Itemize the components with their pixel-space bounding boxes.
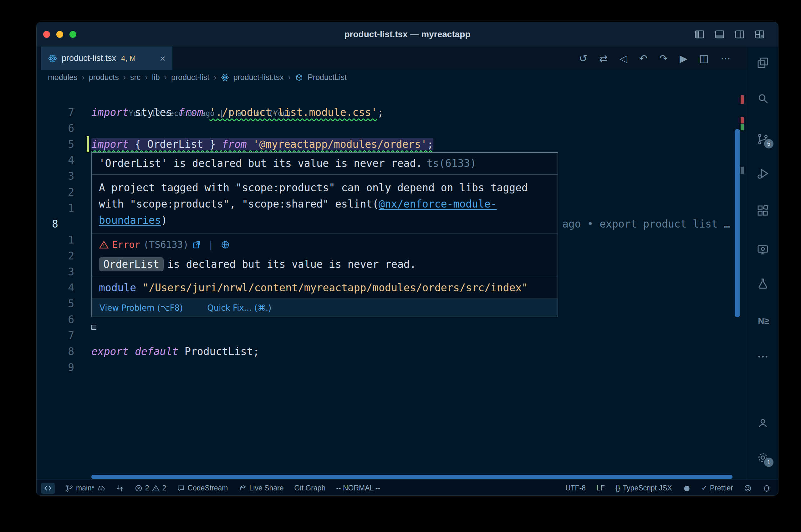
overview-ruler-error-mark — [741, 95, 744, 104]
toggle-sidebar-icon[interactable] — [694, 29, 705, 40]
share-icon — [239, 484, 247, 492]
remote-icon — [44, 484, 52, 492]
more-actions-icon[interactable]: ⋯ — [721, 53, 731, 64]
error-circle-icon — [134, 484, 143, 492]
globe-icon[interactable] — [221, 240, 230, 249]
remote-explorer-icon[interactable] — [757, 244, 769, 256]
status-bar: main* 2 2 — [37, 479, 779, 496]
git-branch-icon — [66, 484, 74, 492]
git-branch-status[interactable]: main* — [66, 484, 105, 492]
toggle-secondary-sidebar-icon[interactable] — [734, 29, 745, 40]
line-number: 3 — [37, 264, 74, 280]
hover-error-sentence: OrderListis declared but its value is ne… — [99, 258, 551, 270]
git-compare-status[interactable] — [116, 484, 124, 492]
editor-actions: ↺ ⇄ ◁ ↶ ↷ ▶ ◫ ⋯ — [579, 46, 731, 70]
source-control-badge: 5 — [764, 139, 773, 149]
feedback-status[interactable] — [744, 484, 752, 492]
compare-changes-icon[interactable]: ⇄ — [599, 53, 608, 64]
blame-annotation: You, 12 seconds ago | 1 author (You) — [37, 89, 746, 104]
inline-blame-annotation: ago • export product list … — [562, 216, 738, 232]
run-file-icon[interactable]: ▶ — [679, 53, 688, 64]
hover-resize-handle[interactable] — [91, 325, 96, 330]
breadcrumb-item[interactable]: products — [89, 73, 119, 82]
explorer-icon[interactable] — [757, 57, 769, 69]
codestream-status[interactable]: CodeStream — [177, 484, 228, 492]
line-number: 2 — [37, 184, 74, 200]
error-warning-icon — [99, 240, 109, 250]
split-editor-icon[interactable]: ◫ — [699, 53, 709, 64]
tab-bar: product-list.tsx 4, M × ↺ ⇄ ◁ ↶ ↷ ▶ ◫ ⋯ — [37, 46, 746, 70]
current-line-number: 8 — [52, 216, 58, 232]
language-mode-status[interactable]: {}TypeScript JSX — [616, 484, 672, 492]
line-number: 2 — [37, 248, 74, 264]
line-number: 9 — [37, 359, 74, 375]
notifications-status[interactable] — [763, 484, 771, 492]
error-label: Error — [112, 239, 140, 250]
quick-fix-button[interactable]: Quick Fix... (⌘.) — [207, 303, 271, 312]
warning-triangle-icon — [152, 484, 160, 492]
code-line-8-export[interactable]: export default ProductList; — [37, 343, 746, 359]
git-graph-status[interactable]: Git Graph — [294, 484, 326, 492]
cloud-upload-icon — [97, 484, 105, 492]
symbol-chip: OrderList — [99, 257, 164, 271]
hover-ts-code: ts(6133) — [426, 157, 476, 169]
line-number: 1 — [37, 232, 74, 248]
breadcrumb-item[interactable]: product-list.tsx — [233, 73, 284, 82]
view-problem-button[interactable]: View Problem (⌥F8) — [99, 303, 183, 312]
breadcrumb-item[interactable]: lib — [152, 73, 160, 82]
nx-console-icon[interactable]: N≥ — [755, 315, 772, 327]
run-debug-icon[interactable] — [757, 167, 769, 180]
live-share-status[interactable]: Live Share — [239, 484, 284, 492]
extensions-icon[interactable] — [757, 205, 769, 217]
react-icon — [48, 54, 57, 63]
encoding-status[interactable]: UTF-8 — [565, 484, 586, 492]
toggle-panel-icon[interactable] — [714, 29, 725, 40]
symbol-module-icon — [295, 73, 303, 81]
breadcrumb-item[interactable]: ProductList — [308, 73, 347, 82]
error-code: (TS6133) — [143, 239, 189, 250]
vim-mode-status[interactable]: -- NORMAL -- — [336, 484, 380, 492]
feedback-smiley-icon — [744, 484, 752, 492]
previous-change-icon[interactable]: ↶ — [639, 53, 648, 64]
breadcrumb: modules › products › src › lib › product… — [37, 70, 746, 85]
timeline-icon[interactable]: ↺ — [579, 53, 587, 64]
tab-badge: 4, M — [121, 54, 136, 63]
search-icon[interactable] — [757, 92, 769, 105]
line-number: 3 — [37, 168, 74, 184]
github-status[interactable] — [683, 484, 691, 492]
account-icon[interactable] — [757, 417, 769, 429]
navigate-back-icon[interactable]: ◁ — [620, 53, 627, 64]
horizontal-scrollbar[interactable] — [91, 475, 732, 479]
code-line-7[interactable]: import styles from './product-list.modul… — [37, 104, 746, 120]
code-editor[interactable]: 7 6 5 4 3 2 1 8 1 2 3 4 5 6 7 8 9 You, 1… — [37, 85, 746, 479]
prettier-status[interactable]: ✓Prettier — [702, 484, 733, 492]
problems-status[interactable]: 2 2 — [134, 484, 166, 492]
next-change-icon[interactable]: ↷ — [659, 53, 668, 64]
comment-icon — [177, 484, 185, 492]
breadcrumb-item[interactable]: product-list — [171, 73, 209, 82]
remote-indicator[interactable] — [41, 482, 55, 494]
settings-badge: 1 — [764, 458, 773, 467]
close-tab-icon[interactable]: × — [160, 54, 165, 63]
hover-module-path: module"/Users/juri/nrwl/content/myreacta… — [92, 277, 558, 299]
vertical-scrollbar[interactable] — [735, 129, 740, 317]
desktop-background: product-list.tsx — myreactapp product-li… — [0, 0, 801, 532]
overview-ruler-added-mark — [741, 124, 744, 130]
test-beaker-icon[interactable] — [757, 277, 769, 290]
react-icon — [221, 73, 229, 81]
bell-icon — [763, 484, 771, 492]
breadcrumb-item[interactable]: modules — [48, 73, 78, 82]
line-number: 6 — [37, 120, 74, 136]
line-number: 5 — [37, 296, 74, 312]
eol-status[interactable]: LF — [596, 484, 605, 492]
more-views-icon[interactable] — [757, 350, 769, 363]
line-number: 7 — [37, 327, 74, 343]
breadcrumb-item[interactable]: src — [130, 73, 141, 82]
customize-layout-icon[interactable] — [754, 29, 765, 40]
problem-hover-popup: 'OrderList' is declared but its value is… — [91, 152, 558, 317]
window-title: product-list.tsx — myreactapp — [37, 22, 778, 46]
tab-product-list[interactable]: product-list.tsx 4, M × — [41, 46, 172, 70]
code-line-5[interactable]: import { OrderList } from '@myreactapp/m… — [37, 136, 746, 152]
open-external-icon[interactable] — [192, 240, 201, 249]
tab-label: product-list.tsx — [62, 54, 116, 63]
